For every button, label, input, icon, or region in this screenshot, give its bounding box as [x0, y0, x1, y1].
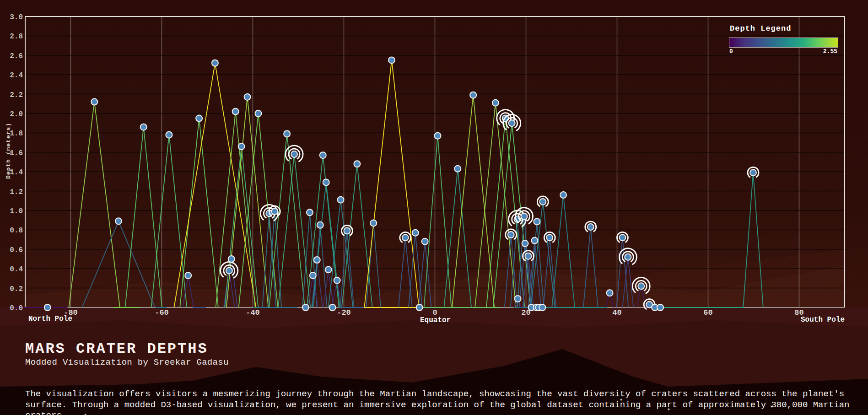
star-speck — [668, 409, 669, 410]
x-axis-label-north-pole: North Pole — [28, 315, 72, 323]
crater-marker[interactable] — [196, 115, 202, 122]
crater-marker[interactable] — [560, 192, 566, 198]
crater-marker[interactable] — [539, 304, 545, 311]
legend-title: Depth Legend — [730, 24, 791, 33]
crater-marker[interactable] — [515, 296, 521, 302]
x-tick-label: -40 — [246, 308, 260, 317]
crater-marker[interactable] — [338, 197, 344, 203]
crater-marker[interactable] — [607, 290, 613, 296]
y-axis-title: Depth (meters) — [5, 114, 12, 188]
crater-marker[interactable] — [750, 169, 756, 176]
y-tick-label: 0.4 — [10, 265, 23, 274]
page-subtitle: Modded Visualization by Sreekar Gadasu — [25, 357, 229, 367]
star-speck — [771, 406, 772, 407]
crater-marker[interactable] — [422, 238, 428, 245]
crater-marker[interactable] — [329, 304, 336, 311]
y-tick-label: 2.8 — [10, 32, 23, 41]
crater-marker[interactable] — [534, 218, 540, 225]
crater-marker[interactable] — [354, 161, 360, 167]
crater-marker[interactable] — [454, 166, 461, 172]
y-tick-label: 0.6 — [10, 246, 23, 254]
x-tick-label: 60 — [703, 308, 712, 317]
crater-marker[interactable] — [232, 108, 239, 115]
crater-marker[interactable] — [185, 272, 191, 279]
crater-marker[interactable] — [140, 124, 147, 130]
x-axis-label-south-pole: South Pole — [785, 316, 845, 324]
crater-marker[interactable] — [255, 110, 261, 117]
crater-marker[interactable] — [91, 99, 97, 105]
crater-marker[interactable] — [44, 304, 51, 311]
y-tick-label: 0.2 — [10, 285, 23, 293]
description-paragraph: The visualization offers visitors a mesm… — [25, 389, 853, 415]
crater-marker[interactable] — [508, 232, 514, 238]
crater-marker[interactable] — [638, 283, 644, 289]
description-line-2: surface. Through a modded D3-based visua… — [25, 400, 853, 411]
crater-marker[interactable] — [212, 60, 218, 66]
legend-gradient-bar[interactable] — [729, 38, 838, 48]
y-tick-label: 0.8 — [10, 226, 23, 235]
y-tick-label: 2.6 — [10, 52, 23, 60]
x-tick-label: 40 — [612, 308, 621, 317]
x-tick-label: -20 — [337, 308, 351, 317]
crater-marker[interactable] — [284, 131, 290, 137]
crater-marker[interactable] — [244, 94, 251, 100]
crater-marker[interactable] — [625, 254, 631, 260]
crater-marker[interactable] — [115, 218, 122, 224]
legend-max-value: 2.55 — [729, 48, 837, 55]
crater-marker[interactable] — [412, 230, 419, 236]
description-line-3: craters. — [25, 410, 853, 415]
crater-marker[interactable] — [416, 304, 423, 311]
crater-marker[interactable] — [317, 222, 323, 228]
crater-marker[interactable] — [522, 240, 528, 247]
crater-marker[interactable] — [539, 199, 546, 205]
y-tick-label: 2.2 — [10, 91, 23, 99]
crater-marker[interactable] — [509, 120, 515, 126]
crater-marker[interactable] — [619, 234, 625, 241]
crater-marker[interactable] — [323, 179, 329, 186]
crater-marker[interactable] — [334, 277, 340, 284]
y-tick-label: 1.6 — [10, 149, 23, 157]
y-tick-label: 1.8 — [10, 129, 23, 138]
crater-marker[interactable] — [521, 213, 528, 220]
crater-marker[interactable] — [228, 256, 235, 262]
crater-marker[interactable] — [291, 151, 297, 157]
y-tick-label: 1.4 — [10, 168, 23, 177]
crater-marker[interactable] — [166, 132, 172, 138]
crater-marker[interactable] — [525, 253, 531, 259]
y-tick-label: 2.0 — [10, 110, 23, 119]
y-tick-label: 0.0 — [10, 304, 23, 313]
star-speck — [257, 403, 259, 404]
crater-marker[interactable] — [492, 100, 499, 106]
crater-marker[interactable] — [314, 257, 320, 263]
page-title: MARS CRATER DEPTHS — [25, 340, 208, 357]
crater-marker[interactable] — [531, 237, 538, 244]
x-tick-label: 20 — [521, 308, 530, 317]
star-speck — [620, 399, 622, 400]
crater-marker[interactable] — [238, 143, 245, 150]
y-tick-label: 1.2 — [10, 188, 23, 196]
description-line-1: The visualization offers visitors a mesm… — [25, 389, 853, 400]
crater-marker[interactable] — [388, 57, 395, 63]
x-tick-label: -60 — [155, 308, 169, 317]
crater-marker[interactable] — [657, 304, 663, 311]
crater-marker[interactable] — [271, 208, 278, 215]
crater-marker[interactable] — [370, 220, 377, 226]
crater-marker[interactable] — [470, 92, 476, 98]
y-tick-label: 2.4 — [10, 71, 23, 80]
crater-marker[interactable] — [325, 266, 332, 273]
crater-marker[interactable] — [344, 228, 350, 234]
crater-marker[interactable] — [546, 234, 553, 241]
crater-marker[interactable] — [226, 267, 232, 274]
crater-marker[interactable] — [302, 304, 309, 311]
crater-marker[interactable] — [402, 234, 409, 241]
x-axis-label-equator: Equator — [420, 316, 451, 324]
crater-marker[interactable] — [310, 272, 316, 279]
crater-marker[interactable] — [320, 152, 326, 158]
crater-marker[interactable] — [588, 224, 594, 230]
y-tick-label: 1.0 — [10, 207, 23, 216]
crater-marker[interactable] — [434, 133, 441, 139]
y-tick-label: 3.0 — [10, 13, 23, 22]
crater-marker[interactable] — [307, 209, 313, 216]
